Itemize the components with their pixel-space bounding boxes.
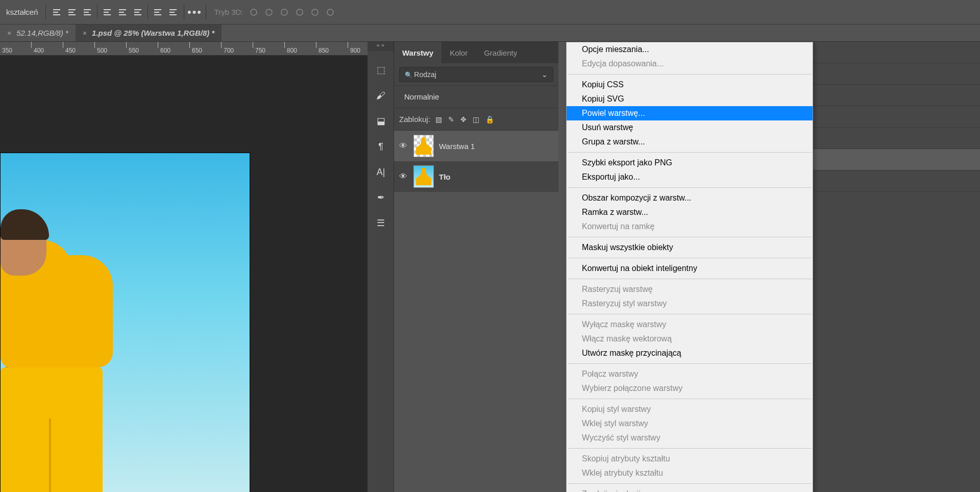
svg-rect-23	[169, 14, 177, 15]
menu-item[interactable]: Kopiuj CSS	[567, 78, 813, 92]
distribute-h-icon[interactable]	[150, 5, 165, 20]
svg-rect-20	[154, 14, 161, 15]
menu-separator	[568, 483, 812, 484]
svg-rect-3	[68, 9, 76, 10]
sliders-icon[interactable]: ⬓	[368, 108, 394, 134]
ruler-value: 500	[97, 47, 107, 54]
menu-item: Włącz maskę wektorową	[567, 332, 813, 346]
canvas-image[interactable]	[0, 153, 250, 492]
pan-icon[interactable]	[261, 5, 277, 20]
blend-mode-dropdown[interactable]: Normalnie	[399, 89, 553, 105]
chevron-down-icon: ⌄	[542, 70, 548, 79]
lock-label: Zablokuj:	[399, 115, 430, 124]
align-right-icon[interactable]	[80, 5, 95, 20]
blend-mode-row: Normalnie	[394, 86, 558, 108]
align-left-icon[interactable]	[49, 5, 64, 20]
ruler-value: 400	[34, 47, 44, 54]
menu-item[interactable]: Obszar kompozycji z warstw...	[567, 191, 813, 205]
lock-artboard-icon[interactable]: ◫	[473, 115, 479, 124]
svg-rect-14	[119, 14, 126, 15]
paragraph-icon[interactable]: ¶	[368, 134, 394, 159]
separator	[45, 5, 46, 19]
menu-item[interactable]: Usuń warstwę	[567, 120, 813, 135]
brush-icon[interactable]: 🖌	[368, 83, 394, 108]
menu-separator	[568, 363, 812, 364]
transform-label: kształceń	[2, 8, 42, 16]
menu-separator	[568, 74, 812, 75]
options-icon[interactable]: ☰	[368, 210, 394, 236]
svg-rect-18	[154, 9, 161, 10]
align-center-v-icon[interactable]	[115, 5, 130, 20]
lock-brush-icon[interactable]: ✎	[448, 115, 454, 124]
svg-rect-15	[134, 9, 141, 10]
menu-item[interactable]: Opcje mieszania...	[567, 42, 813, 57]
svg-rect-0	[53, 9, 60, 10]
ruler-value: 600	[160, 47, 170, 54]
svg-rect-6	[84, 9, 91, 10]
menu-item: Wklej atrybuty kształtu	[567, 466, 813, 480]
mesh-icon[interactable]	[292, 5, 307, 20]
menu-item[interactable]: Szybki eksport jako PNG	[567, 156, 813, 170]
visibility-toggle-icon[interactable]: 👁	[399, 172, 408, 181]
menu-item[interactable]: Ramka z warstw...	[567, 205, 813, 219]
separator	[206, 5, 206, 19]
layers-panel: WarstwyKolorGradienty Rodzaj ⌄ Normalnie…	[394, 42, 558, 192]
svg-point-26	[281, 9, 287, 15]
layer-thumbnail[interactable]	[413, 165, 434, 188]
document-tab[interactable]: ×52.14,RGB/8) *	[0, 24, 76, 41]
lock-row: Zablokuj: ▧ ✎ ✥ ◫ 🔒	[394, 108, 558, 131]
menu-item[interactable]: Grupa z warstw...	[567, 135, 813, 149]
move3d-icon[interactable]	[307, 5, 323, 20]
layer-thumbnail[interactable]	[413, 135, 434, 157]
ruler-value: 450	[65, 47, 76, 54]
collapse-handle-icon[interactable]: « »	[368, 42, 394, 51]
svg-rect-17	[134, 14, 141, 15]
orbit-icon[interactable]	[246, 5, 261, 20]
svg-rect-13	[119, 12, 124, 13]
adjust-icon[interactable]: ⬚	[368, 57, 394, 83]
pen-icon[interactable]: ✒	[368, 185, 394, 210]
lock-all-icon[interactable]: 🔒	[485, 115, 494, 124]
layer-name[interactable]: Tło	[439, 173, 451, 181]
lock-pixels-icon[interactable]: ▧	[435, 115, 442, 124]
layer-item[interactable]: 👁Tło	[394, 161, 558, 192]
layer-filter-dropdown[interactable]: Rodzaj ⌄	[399, 67, 553, 82]
horizontal-ruler: 350400450500550600650700750800850900	[0, 42, 368, 56]
layer-context-menu[interactable]: Opcje mieszania...Edycja dopasowania...K…	[566, 42, 813, 492]
menu-item[interactable]: Kopiuj SVG	[567, 92, 813, 106]
panel-tab-warstwy[interactable]: Warstwy	[394, 42, 442, 63]
close-tab-icon[interactable]: ×	[83, 29, 87, 37]
distribute-v-icon[interactable]	[165, 5, 181, 20]
character-icon[interactable]: A|	[368, 159, 394, 185]
menu-item[interactable]: Maskuj wszystkie obiekty	[567, 240, 813, 255]
layer-list: 👁Warstwa 1👁Tło	[394, 131, 558, 192]
menu-item[interactable]: Konwertuj na obiekt inteligentny	[567, 261, 813, 276]
document-tabs: ×52.14,RGB/8) *×1.psd @ 25% (Warstwa 1,R…	[0, 24, 980, 42]
canvas-background[interactable]	[0, 56, 368, 492]
workspace: 350400450500550600650700750800850900	[0, 42, 980, 492]
collapsed-right-panels	[812, 42, 980, 492]
align-center-h-icon[interactable]	[64, 5, 80, 20]
ruler-value: 800	[287, 47, 297, 54]
panel-tab-gradienty[interactable]: Gradienty	[476, 42, 525, 63]
panel-tab-kolor[interactable]: Kolor	[442, 42, 476, 63]
ruler-value: 850	[318, 47, 329, 54]
menu-item[interactable]: Powiel warstwę...	[567, 106, 813, 120]
svg-point-27	[297, 9, 303, 15]
layer-item[interactable]: 👁Warstwa 1	[394, 131, 558, 161]
visibility-toggle-icon[interactable]: 👁	[399, 141, 408, 151]
layer-name[interactable]: Warstwa 1	[439, 142, 475, 151]
close-tab-icon[interactable]: ×	[7, 29, 11, 37]
document-tab[interactable]: ×1.psd @ 25% (Warstwa 1,RGB/8) *	[76, 24, 222, 41]
align-bottom-icon[interactable]	[130, 5, 145, 20]
more-options-button[interactable]: •••	[187, 5, 203, 20]
lock-position-icon[interactable]: ✥	[460, 115, 467, 124]
menu-item[interactable]: Utwórz maskę przycinającą	[567, 346, 813, 360]
ruler-value: 550	[129, 47, 139, 54]
tab-title: 52.14,RGB/8) *	[16, 29, 68, 37]
dolly-icon[interactable]	[277, 5, 292, 20]
camera-icon[interactable]	[323, 5, 338, 20]
menu-item[interactable]: Eksportuj jako...	[567, 170, 813, 184]
align-top-icon[interactable]	[100, 5, 115, 20]
menu-item: Rasteryzuj warstwę	[567, 282, 813, 297]
